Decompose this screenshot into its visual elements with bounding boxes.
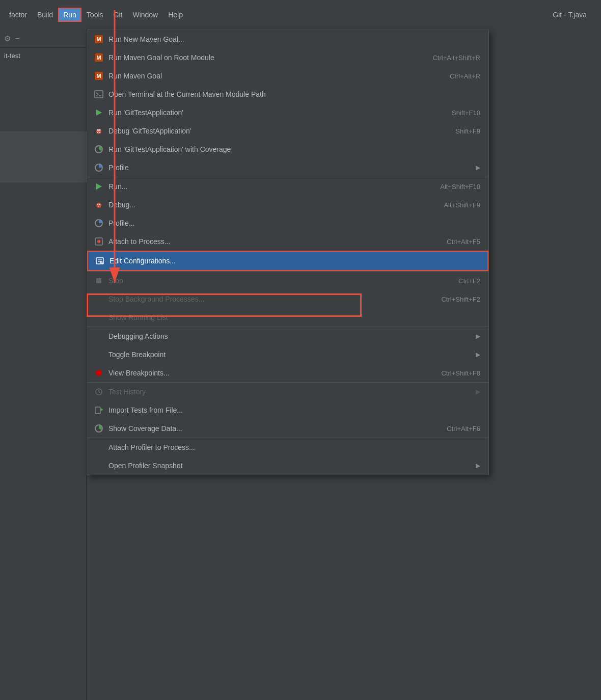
menu-tools[interactable]: Tools bbox=[81, 8, 108, 22]
menu-run[interactable]: Run bbox=[58, 8, 81, 22]
label: Stop Background Processes... bbox=[108, 295, 421, 303]
label: Edit Configurations... bbox=[110, 257, 459, 265]
sidebar-content-area bbox=[0, 131, 87, 182]
menu-item-open-terminal[interactable]: Open Terminal at the Current Maven Modul… bbox=[87, 85, 488, 103]
svg-point-20 bbox=[99, 204, 100, 205]
test-history-icon bbox=[93, 386, 104, 397]
label: Run New Maven Goal... bbox=[108, 35, 460, 43]
submenu-arrow: ▶ bbox=[476, 164, 480, 171]
debug-actions-icon bbox=[93, 331, 104, 342]
shortcut: Ctrl+F2 bbox=[458, 277, 480, 285]
maven-icon: M bbox=[93, 34, 104, 45]
menu-item-run-new-maven-goal[interactable]: M Run New Maven Goal... bbox=[87, 30, 488, 48]
menu-item-show-running[interactable]: Show Running List bbox=[87, 308, 488, 327]
attach-profiler-icon bbox=[93, 442, 104, 453]
breakpoint-icon bbox=[93, 367, 104, 379]
label: Toggle Breakpoint bbox=[108, 351, 472, 359]
submenu-arrow: ▶ bbox=[476, 462, 480, 469]
profile-icon bbox=[93, 162, 104, 173]
menu-item-attach-process[interactable]: Attach to Process... Ctrl+Alt+F5 bbox=[87, 232, 488, 251]
settings-icon[interactable]: ⚙ bbox=[4, 34, 11, 43]
shortcut: Shift+F10 bbox=[452, 109, 480, 117]
label: Run... bbox=[108, 182, 420, 191]
project-name: it-test bbox=[0, 48, 86, 64]
svg-text:M: M bbox=[96, 36, 101, 42]
menu-item-test-history[interactable]: Test History ▶ bbox=[87, 382, 488, 401]
label: Test History bbox=[108, 388, 472, 396]
menu-help[interactable]: Help bbox=[163, 8, 188, 22]
menu-bar: factor Build Run Tools Git Window Help G… bbox=[0, 0, 601, 30]
shortcut: Ctrl+Alt+F6 bbox=[447, 425, 480, 433]
svg-text:M: M bbox=[96, 73, 101, 79]
menu-item-profile[interactable]: Profile ▶ bbox=[87, 158, 488, 177]
menu-item-debug-plain[interactable]: Debug... Alt+Shift+F9 bbox=[87, 196, 488, 214]
svg-point-13 bbox=[99, 132, 100, 133]
run-plain-icon bbox=[93, 181, 104, 192]
menu-item-run-maven-goal[interactable]: M Run Maven Goal Ctrl+Alt+R bbox=[87, 67, 488, 85]
label: Debug 'GitTestApplication' bbox=[108, 127, 435, 135]
label: Profile bbox=[108, 164, 451, 172]
svg-point-19 bbox=[97, 204, 98, 205]
menu-item-run-plain[interactable]: Run... Alt+Shift+F10 bbox=[87, 177, 488, 196]
coverage-icon bbox=[93, 144, 104, 155]
label: View Breakpoints... bbox=[108, 369, 421, 377]
svg-rect-31 bbox=[96, 278, 101, 283]
menu-item-debugging-actions[interactable]: Debugging Actions ▶ bbox=[87, 327, 488, 345]
shortcut: Shift+F9 bbox=[455, 127, 480, 135]
menu-item-stop-bg[interactable]: Stop Background Processes... Ctrl+Shift+… bbox=[87, 290, 488, 308]
menu-item-debug-gta[interactable]: Debug 'GitTestApplication' Shift+F9 bbox=[87, 122, 488, 140]
label: Debugging Actions bbox=[108, 332, 472, 340]
terminal-icon bbox=[93, 89, 104, 100]
menu-item-view-breakpoints[interactable]: View Breakpoints... Ctrl+Shift+F8 bbox=[87, 364, 488, 382]
svg-point-18 bbox=[96, 203, 101, 208]
minimize-icon[interactable]: − bbox=[15, 34, 19, 43]
run-icon bbox=[93, 107, 104, 118]
label: Run 'GitTestApplication' bbox=[108, 109, 431, 117]
shortcut: Ctrl+Shift+F2 bbox=[441, 295, 480, 303]
shortcut: Ctrl+Alt+R bbox=[450, 72, 480, 80]
label: Run Maven Goal on Root Module bbox=[108, 53, 412, 62]
svg-marker-8 bbox=[96, 110, 102, 116]
stop-icon bbox=[93, 275, 104, 286]
menu-item-run-gta[interactable]: Run 'GitTestApplication' Shift+F10 bbox=[87, 103, 488, 122]
profiler-snapshot-icon bbox=[93, 460, 104, 471]
label: Profile... bbox=[108, 219, 460, 227]
edit-config-icon bbox=[94, 255, 105, 266]
menu-item-run-maven-root[interactable]: M Run Maven Goal on Root Module Ctrl+Alt… bbox=[87, 48, 488, 67]
label: Stop bbox=[108, 277, 438, 285]
svg-point-11 bbox=[99, 129, 101, 131]
submenu-arrow: ▶ bbox=[476, 333, 480, 340]
menu-factor[interactable]: factor bbox=[4, 8, 32, 22]
menu-item-show-coverage[interactable]: Show Coverage Data... Ctrl+Alt+F6 bbox=[87, 419, 488, 438]
menu-item-open-profiler[interactable]: Open Profiler Snapshot ▶ bbox=[87, 456, 488, 475]
menu-item-coverage-gta[interactable]: Run 'GitTestApplication' with Coverage bbox=[87, 140, 488, 158]
label: Run 'GitTestApplication' with Coverage bbox=[108, 145, 460, 153]
label: Show Running List bbox=[108, 313, 480, 321]
menu-build[interactable]: Build bbox=[32, 8, 58, 22]
menu-item-stop[interactable]: Stop Ctrl+F2 bbox=[87, 271, 488, 290]
label: Attach Profiler to Process... bbox=[108, 443, 480, 451]
debug-plain-icon bbox=[93, 199, 104, 210]
svg-point-21 bbox=[98, 206, 99, 207]
shortcut: Alt+Shift+F9 bbox=[444, 201, 480, 209]
attach-icon bbox=[93, 236, 104, 247]
run-menu-dropdown: M Run New Maven Goal... M Run Maven Goal… bbox=[87, 30, 489, 475]
menu-window[interactable]: Window bbox=[127, 8, 163, 22]
label: Show Coverage Data... bbox=[108, 424, 426, 433]
coverage-data-icon bbox=[93, 423, 104, 434]
menu-item-edit-configurations[interactable]: Edit Configurations... bbox=[87, 251, 488, 271]
maven-icon: M bbox=[93, 52, 104, 63]
sidebar-toolbar: ⚙ − bbox=[0, 30, 86, 48]
menu-item-import-tests[interactable]: Import Tests from File... bbox=[87, 401, 488, 419]
svg-rect-36 bbox=[95, 407, 100, 414]
menu-item-attach-profiler[interactable]: Attach Profiler to Process... bbox=[87, 438, 488, 456]
menu-item-toggle-breakpoint[interactable]: Toggle Breakpoint ▶ bbox=[87, 345, 488, 364]
svg-point-10 bbox=[97, 129, 99, 131]
toggle-bp-icon bbox=[93, 349, 104, 360]
svg-point-14 bbox=[98, 130, 99, 131]
label: Import Tests from File... bbox=[108, 406, 480, 414]
sidebar: ⚙ − it-test bbox=[0, 30, 87, 700]
menu-git[interactable]: Git bbox=[108, 8, 128, 22]
menu-item-profile-plain[interactable]: Profile... bbox=[87, 214, 488, 232]
submenu-arrow: ▶ bbox=[476, 388, 480, 395]
